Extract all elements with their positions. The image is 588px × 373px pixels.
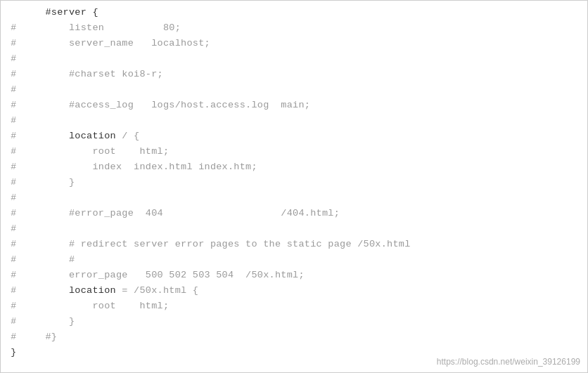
line-gutter: # <box>1 239 22 249</box>
line-content: error_page 500 502 503 504 /50x.html; <box>22 270 587 280</box>
line-gutter: # <box>1 285 22 296</box>
line-content: location / { <box>22 131 587 141</box>
code-line: # <box>1 192 587 207</box>
line-content: root html; <box>22 301 587 311</box>
code-line: # # redirect server error pages to the s… <box>1 238 587 254</box>
line-gutter: # <box>1 254 22 265</box>
line-gutter: # <box>1 192 22 203</box>
code-line: # <box>1 223 587 238</box>
code-window: #server { # listen 80; # server_name loc… <box>0 0 588 373</box>
line-gutter: # <box>1 22 22 33</box>
line-content: # redirect server error pages to the sta… <box>22 239 587 249</box>
code-line: # # <box>1 254 587 269</box>
code-line: # <box>1 53 587 68</box>
line-content: index index.html index.htm; <box>22 162 587 172</box>
code-line: # root html; <box>1 145 587 161</box>
code-line: # server_name localhost; <box>1 37 587 53</box>
line-gutter: # <box>1 162 22 172</box>
line-gutter: # <box>1 301 22 311</box>
code-line: # listen 80; <box>1 22 587 37</box>
code-line: # <box>1 114 587 130</box>
code-line: #server { <box>1 6 587 22</box>
line-gutter: # <box>1 177 22 188</box>
line-gutter: # <box>1 332 22 342</box>
code-line: # location / { <box>1 130 587 145</box>
code-line: # #} <box>1 331 587 346</box>
watermark: https://blog.csdn.net/weixin_39126199 <box>437 357 580 367</box>
code-line: # location = /50x.html { <box>1 284 587 300</box>
line-content: #server { <box>22 7 587 18</box>
code-area: #server { # listen 80; # server_name loc… <box>1 1 587 367</box>
line-gutter: # <box>1 115 22 126</box>
code-line: # #access_log logs/host.access.log main; <box>1 99 587 114</box>
line-content: location = /50x.html { <box>22 285 587 296</box>
line-content: root html; <box>22 146 587 157</box>
code-line: # <box>1 84 587 99</box>
line-gutter: # <box>1 38 22 48</box>
line-content: # <box>22 254 587 265</box>
code-line: # error_page 500 502 503 504 /50x.html; <box>1 269 587 284</box>
code-line: # #charset koi8-r; <box>1 68 587 84</box>
line-content: listen 80; <box>22 22 587 33</box>
code-line: # index index.html index.htm; <box>1 161 587 176</box>
line-gutter: # <box>1 208 22 218</box>
line-gutter: # <box>1 223 22 234</box>
line-gutter: # <box>1 316 22 327</box>
line-gutter: # <box>1 131 22 141</box>
code-line: # } <box>1 315 587 331</box>
line-content: server_name localhost; <box>22 38 587 48</box>
line-gutter: # <box>1 69 22 79</box>
line-content: #} <box>22 332 587 342</box>
line-content: #charset koi8-r; <box>22 69 587 79</box>
line-gutter: # <box>1 53 22 64</box>
line-content: #access_log logs/host.access.log main; <box>22 100 587 110</box>
code-line: # #error_page 404 /404.html; <box>1 207 587 223</box>
code-line: # } <box>1 176 587 192</box>
line-content: } <box>22 316 587 327</box>
line-content: #error_page 404 /404.html; <box>22 208 587 218</box>
line-gutter: # <box>1 100 22 110</box>
code-line: # root html; <box>1 300 587 315</box>
line-gutter: # <box>1 270 22 280</box>
line-gutter: } <box>1 347 22 358</box>
line-gutter: # <box>1 146 22 157</box>
line-gutter: # <box>1 84 22 95</box>
line-content: } <box>22 177 587 188</box>
